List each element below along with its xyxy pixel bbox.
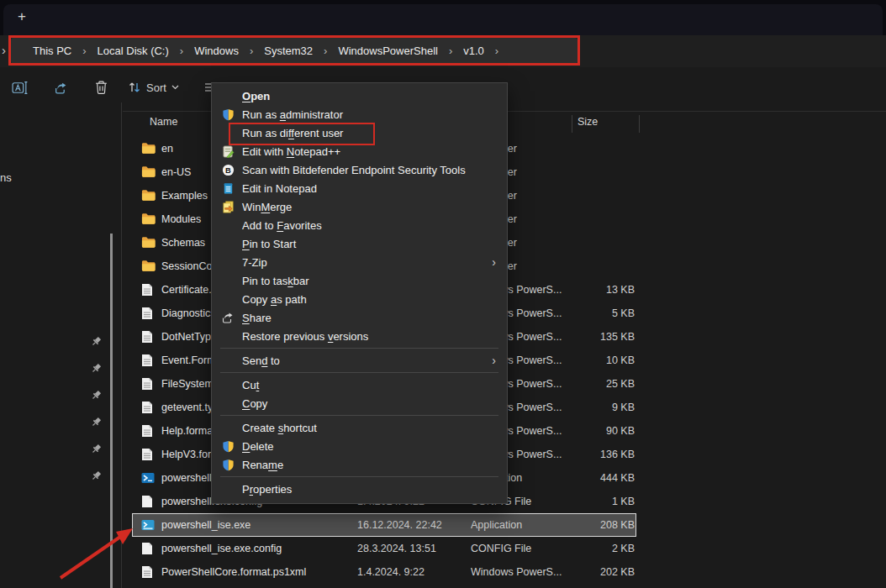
doc-icon xyxy=(141,330,156,344)
submenu-chevron-icon: › xyxy=(492,354,496,367)
context-menu-item[interactable]: Edit with Notepad++ xyxy=(212,142,507,160)
file-explorer-window: + › This PC›Local Disk (C:)›Windows›Syst… xyxy=(0,0,886,588)
file-date: 28.3.2024. 13:51 xyxy=(357,543,436,554)
doc-icon xyxy=(141,424,156,438)
rename-button[interactable] xyxy=(7,74,34,101)
column-header-name[interactable]: Name xyxy=(150,116,177,128)
column-separator[interactable] xyxy=(572,115,572,133)
breadcrumb-item[interactable]: Local Disk (C:) xyxy=(94,43,172,59)
menu-item-label: Send to xyxy=(242,354,280,367)
menu-item-label: Add to Favorites xyxy=(242,219,322,232)
breadcrumb: This PC›Local Disk (C:)›Windows›System32… xyxy=(11,38,577,64)
navpane-scrollbar[interactable] xyxy=(110,234,113,588)
file-size: 135 KB xyxy=(542,331,635,343)
pane-divider[interactable] xyxy=(121,102,122,588)
file-size: 136 KB xyxy=(542,449,635,460)
share-icon xyxy=(221,311,235,324)
context-menu-item[interactable]: Share xyxy=(212,308,507,327)
context-menu-item[interactable]: BScan with Bitdefender Endpoint Security… xyxy=(212,160,507,179)
context-menu-item[interactable]: WinMerge xyxy=(212,197,507,216)
context-menu-item[interactable]: Rename xyxy=(212,455,507,474)
file-name: en xyxy=(161,143,173,155)
context-menu-item[interactable]: Delete xyxy=(212,437,507,455)
context-menu-item[interactable]: Create shortcut xyxy=(212,418,507,437)
doc-icon xyxy=(141,354,156,367)
context-menu-item[interactable]: 7-Zip› xyxy=(212,253,507,271)
context-menu-item[interactable]: Pin to taskbar xyxy=(212,271,507,290)
context-menu: OpenRun as administratorRun as different… xyxy=(211,82,508,504)
file-date: 16.12.2024. 22:42 xyxy=(357,519,442,531)
context-menu-item[interactable]: Copy xyxy=(212,394,507,412)
menu-separator xyxy=(220,415,498,416)
delete-button[interactable] xyxy=(87,74,114,101)
svg-text:B: B xyxy=(225,165,231,174)
page-icon xyxy=(141,542,156,555)
uac-icon xyxy=(221,439,235,453)
breadcrumb-overflow-chevron-icon[interactable]: › xyxy=(2,43,6,57)
menu-separator xyxy=(220,348,498,349)
context-menu-item[interactable]: Copy as path xyxy=(212,290,507,308)
doc-icon xyxy=(141,283,156,297)
context-menu-item[interactable]: Edit in Notepad xyxy=(212,179,507,197)
column-separator[interactable] xyxy=(639,115,640,133)
menu-item-label: Scan with Bitdefender Endpoint Security … xyxy=(242,164,466,176)
breadcrumb-chevron-icon[interactable]: › xyxy=(172,45,191,57)
npp-icon xyxy=(221,144,235,158)
breadcrumb-item[interactable]: System32 xyxy=(261,43,316,59)
breadcrumb-item[interactable]: WindowsPowerShell xyxy=(335,43,441,59)
pin-icon[interactable] xyxy=(91,470,103,481)
menu-item-label: Run as administrator xyxy=(242,108,343,121)
pin-icon[interactable] xyxy=(91,362,103,374)
navpane-clipped-text: ns xyxy=(0,171,12,184)
file-size: 13 KB xyxy=(542,284,635,296)
context-menu-item[interactable]: Pin to Start xyxy=(212,234,507,253)
context-menu-item[interactable]: Restore previous versions xyxy=(212,327,507,345)
menu-item-label: Cut xyxy=(242,379,259,391)
file-row[interactable]: PowerShellCore.format.ps1xml1.4.2024. 9:… xyxy=(132,560,636,584)
breadcrumb-item[interactable]: v1.0 xyxy=(460,43,488,59)
context-menu-item[interactable]: Run as different user xyxy=(212,123,507,142)
folder-icon xyxy=(141,165,156,179)
breadcrumb-item[interactable]: This PC xyxy=(29,43,75,59)
menu-item-label: Pin to taskbar xyxy=(242,275,309,287)
doc-icon xyxy=(141,401,156,414)
breadcrumb-chevron-icon[interactable]: › xyxy=(441,45,460,57)
breadcrumb-chevron-icon[interactable]: › xyxy=(75,45,93,57)
context-menu-item[interactable]: Run as administrator xyxy=(212,105,507,123)
file-row[interactable]: powershell_ise.exe16.12.2024. 22:42Appli… xyxy=(132,513,636,537)
pin-icon[interactable] xyxy=(91,389,103,401)
menu-item-label: Create shortcut xyxy=(242,422,317,434)
file-name: en-US xyxy=(161,166,191,178)
folder-icon xyxy=(141,142,156,155)
sort-button[interactable]: Sort xyxy=(128,74,179,101)
column-header-size[interactable]: Size xyxy=(577,116,598,128)
breadcrumb-chevron-icon[interactable]: › xyxy=(488,45,506,57)
file-size: 25 KB xyxy=(542,378,635,390)
new-tab-button[interactable]: + xyxy=(12,7,32,27)
pin-icon[interactable] xyxy=(91,335,103,347)
chevron-down-icon xyxy=(171,85,179,90)
menu-item-label: Edit in Notepad xyxy=(242,182,317,195)
file-name: PowerShellCore.format.ps1xml xyxy=(161,566,306,578)
address-bar: › This PC›Local Disk (C:)›Windows›System… xyxy=(0,35,886,67)
share-button[interactable] xyxy=(47,74,74,101)
uac-icon xyxy=(221,108,235,121)
breadcrumb-chevron-icon[interactable]: › xyxy=(316,45,335,57)
breadcrumb-item[interactable]: Windows xyxy=(191,43,242,59)
pin-icon[interactable] xyxy=(91,443,103,454)
sort-label: Sort xyxy=(146,81,166,94)
context-menu-item[interactable]: Add to Favorites xyxy=(212,216,507,234)
ise-icon xyxy=(141,518,156,532)
context-menu-item[interactable]: Open xyxy=(212,87,507,105)
menu-item-label: 7-Zip xyxy=(242,256,267,269)
breadcrumb-chevron-icon[interactable]: › xyxy=(242,45,261,57)
pin-icon[interactable] xyxy=(91,416,103,428)
notepad-icon xyxy=(221,181,235,195)
context-menu-item[interactable]: Properties xyxy=(212,480,507,498)
bitdefender-icon: B xyxy=(221,163,235,176)
page-icon xyxy=(141,495,156,508)
file-size: 208 KB xyxy=(542,519,635,531)
file-row[interactable]: powershell_ise.exe.config28.3.2024. 13:5… xyxy=(132,537,636,560)
context-menu-item[interactable]: Cut xyxy=(212,375,507,394)
context-menu-item[interactable]: Send to› xyxy=(212,351,507,370)
